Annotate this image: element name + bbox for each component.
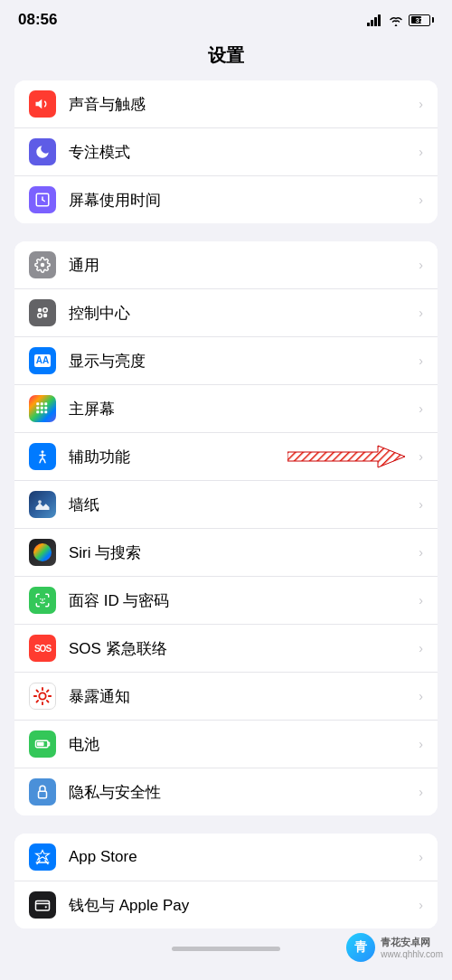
controlcenter-chevron: › (419, 306, 423, 320)
focus-icon (29, 138, 56, 165)
status-bar: 08:56 37 (0, 0, 452, 36)
settings-row-focus[interactable]: 专注模式 › (14, 128, 438, 176)
svg-rect-19 (41, 410, 43, 413)
svg-point-24 (38, 500, 42, 504)
exposure-label: 暴露通知 (69, 686, 411, 707)
display-icon: AA (29, 347, 56, 374)
svg-rect-15 (36, 407, 39, 410)
page-title: 设置 (0, 36, 452, 80)
focus-label: 专注模式 (69, 142, 411, 163)
svg-point-9 (43, 308, 48, 313)
watermark-logo: 青 (346, 933, 375, 962)
accessibility-icon (29, 443, 56, 470)
settings-row-appstore[interactable]: App Store › (14, 834, 438, 881)
privacy-chevron: › (419, 785, 423, 799)
settings-row-battery[interactable]: 电池 › (14, 721, 438, 768)
privacy-icon (29, 778, 56, 806)
focus-chevron: › (419, 145, 423, 159)
svg-point-7 (41, 263, 45, 268)
homescreen-icon (29, 395, 56, 422)
exposure-chevron: › (419, 689, 423, 703)
svg-rect-38 (39, 791, 47, 798)
home-indicator (172, 947, 280, 951)
settings-row-sound[interactable]: 声音与触感 › (14, 80, 438, 128)
svg-point-21 (42, 450, 44, 453)
svg-rect-3 (378, 14, 381, 26)
settings-row-controlcenter[interactable]: 控制中心 › (14, 289, 438, 337)
settings-row-display[interactable]: AA 显示与亮度 › (14, 337, 438, 385)
settings-group-2: 通用 › 控制中心 › AA 显示与亮度 › (14, 241, 438, 815)
settings-row-wallpaper[interactable]: 墙纸 › (14, 481, 438, 529)
svg-rect-2 (374, 17, 377, 26)
svg-line-32 (37, 691, 39, 693)
settings-group-1: 声音与触感 › 专注模式 › 屏幕使用时间 › (14, 80, 438, 223)
svg-rect-17 (44, 407, 47, 410)
svg-rect-12 (36, 402, 39, 405)
wallet-icon (29, 891, 56, 919)
controlcenter-icon (29, 299, 56, 326)
appstore-label: App Store (69, 848, 411, 866)
sound-icon (29, 90, 56, 118)
svg-rect-0 (367, 23, 370, 26)
settings-row-exposure[interactable]: 暴露通知 › (14, 673, 438, 721)
settings-row-sos[interactable]: SOS SOS 紧急联络 › (14, 625, 438, 673)
watermark: 青 青花安卓网 www.qhhlv.com (346, 933, 443, 962)
status-icons: 37 (367, 14, 434, 26)
controlcenter-label: 控制中心 (69, 303, 411, 324)
settings-row-homescreen[interactable]: 主屏幕 › (14, 385, 438, 433)
svg-rect-13 (41, 402, 43, 405)
screentime-chevron: › (419, 193, 423, 207)
settings-row-wallet[interactable]: 钱包与 Apple Pay › (14, 881, 438, 928)
svg-rect-16 (41, 407, 43, 410)
siri-chevron: › (419, 545, 423, 560)
homescreen-label: 主屏幕 (69, 399, 411, 419)
homescreen-chevron: › (419, 401, 423, 416)
wallpaper-chevron: › (419, 497, 423, 512)
appstore-icon (29, 843, 56, 871)
svg-point-40 (45, 906, 47, 908)
settings-group-3: App Store › 钱包与 Apple Pay › (14, 834, 438, 928)
display-label: 显示与亮度 (69, 351, 411, 372)
settings-row-siri[interactable]: Siri 与搜索 › (14, 529, 438, 577)
wallpaper-icon (29, 491, 56, 518)
settings-row-privacy[interactable]: 隐私与安全性 › (14, 768, 438, 815)
svg-point-10 (38, 314, 42, 318)
appstore-chevron: › (419, 850, 423, 864)
sound-label: 声音与触感 (69, 94, 411, 115)
screentime-icon (29, 186, 56, 213)
faceid-chevron: › (419, 593, 423, 608)
settings-row-faceid[interactable]: 面容 ID 与密码 › (14, 577, 438, 625)
siri-label: Siri 与搜索 (69, 542, 411, 563)
sos-chevron: › (419, 641, 423, 655)
svg-point-25 (40, 598, 42, 600)
svg-line-6 (42, 200, 44, 202)
watermark-text: 青花安卓网 www.qhhlv.com (381, 936, 443, 959)
battery-icon: 37 (409, 14, 434, 26)
sound-chevron: › (419, 97, 423, 111)
display-chevron: › (419, 353, 423, 368)
battery-label: 电池 (69, 734, 411, 755)
svg-line-34 (37, 701, 39, 702)
signal-icon (367, 14, 383, 26)
svg-line-33 (47, 701, 49, 702)
settings-row-general[interactable]: 通用 › (14, 241, 438, 289)
siri-icon (29, 539, 56, 566)
wifi-icon (389, 14, 403, 26)
privacy-label: 隐私与安全性 (69, 782, 411, 803)
svg-point-8 (38, 308, 42, 313)
status-time: 08:56 (18, 11, 57, 29)
screentime-label: 屏幕使用时间 (69, 190, 411, 211)
svg-point-11 (43, 314, 48, 318)
general-chevron: › (419, 258, 423, 272)
wallet-chevron: › (419, 898, 423, 912)
general-label: 通用 (69, 255, 411, 276)
svg-rect-20 (44, 410, 47, 413)
svg-line-35 (47, 691, 49, 693)
accessibility-chevron: › (419, 449, 423, 464)
faceid-icon (29, 587, 56, 614)
settings-row-accessibility[interactable]: 辅助功能 › (14, 433, 438, 481)
settings-row-screentime[interactable]: 屏幕使用时间 › (14, 176, 438, 223)
svg-rect-39 (36, 901, 50, 911)
svg-rect-14 (44, 402, 47, 405)
battery-settings-icon (29, 730, 56, 758)
